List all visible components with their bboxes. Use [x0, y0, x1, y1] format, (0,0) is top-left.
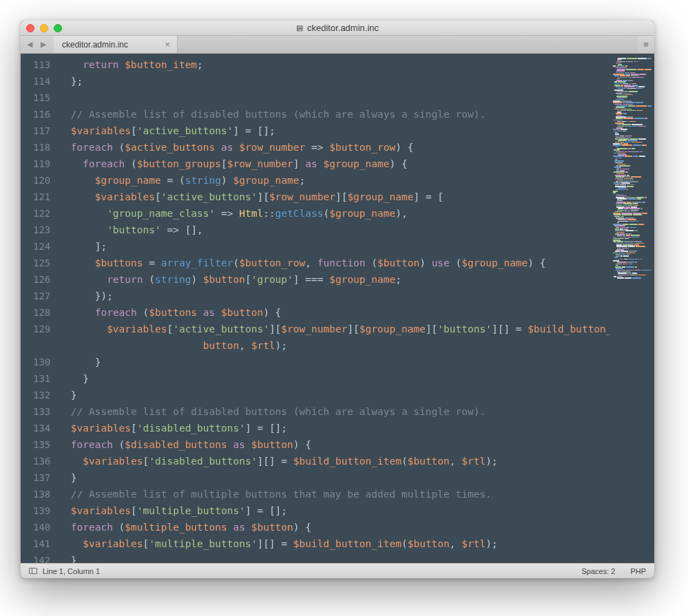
titlebar[interactable]: ▤ ckeditor.admin.inc [21, 21, 654, 36]
maximize-icon[interactable] [54, 24, 62, 32]
cursor-position[interactable]: Line 1, Column 1 [43, 567, 100, 575]
nav-forward-icon[interactable]: ▶ [37, 39, 50, 51]
nav-back-icon[interactable]: ◀ [23, 39, 36, 51]
tab-nav: ◀ ▶ [23, 36, 54, 53]
tabbar-spacer [178, 36, 638, 53]
line-gutter[interactable]: 1131141151161171181191201211221231241251… [21, 54, 59, 563]
code-area[interactable]: return $button_item; }; // Assemble list… [59, 54, 610, 563]
tab-bar: ◀ ▶ ckeditor.admin.inc × ≡ [21, 36, 654, 54]
tab-label: ckeditor.admin.inc [62, 40, 128, 50]
file-tab[interactable]: ckeditor.admin.inc × [54, 36, 178, 53]
minimize-icon[interactable] [40, 24, 48, 32]
window-title: ▤ ckeditor.admin.inc [21, 23, 654, 33]
syntax-mode[interactable]: PHP [630, 567, 646, 575]
tab-overflow-icon[interactable]: ≡ [638, 36, 654, 53]
window-title-text: ckeditor.admin.inc [307, 23, 379, 33]
document-icon: ▤ [296, 23, 303, 32]
status-bar: Line 1, Column 1 Spaces: 2 PHP [21, 563, 654, 578]
minimap[interactable] [610, 54, 654, 563]
close-icon[interactable] [26, 24, 34, 32]
editor-window: ▤ ckeditor.admin.inc ◀ ▶ ckeditor.admin.… [21, 21, 654, 578]
panel-icon[interactable] [29, 568, 37, 574]
tab-close-icon[interactable]: × [165, 39, 170, 50]
indent-setting[interactable]: Spaces: 2 [581, 567, 615, 575]
traffic-lights [26, 24, 62, 32]
editor-area: 1131141151161171181191201211221231241251… [21, 54, 654, 563]
